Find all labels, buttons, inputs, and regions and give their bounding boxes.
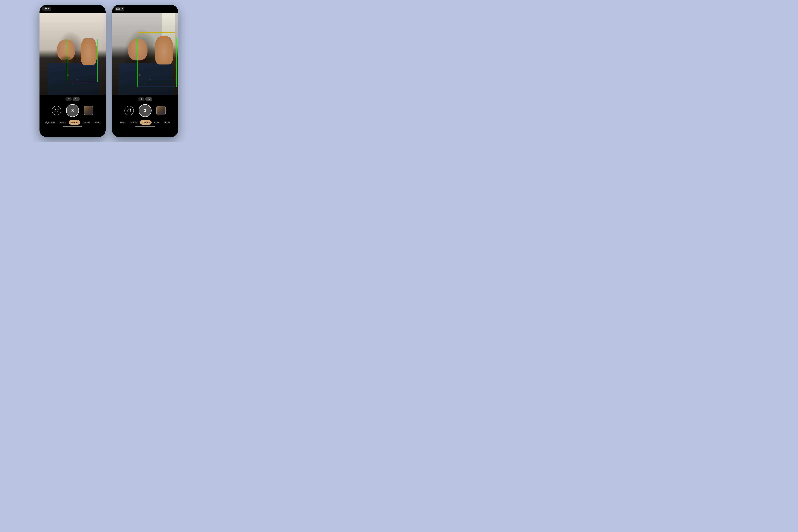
zoom-1x-left[interactable]: 1x (73, 97, 80, 101)
svg-point-8 (117, 8, 119, 10)
controls-area-left: .7 1x 3 Night (39, 95, 106, 137)
chevron-down-icon-right (121, 8, 123, 10)
tab-night-sight[interactable]: Night Sight (43, 120, 57, 125)
tab-portrait-right[interactable]: Portrait (129, 120, 139, 125)
svg-marker-13 (127, 112, 128, 112)
thumbnail-btn-right[interactable] (156, 106, 166, 115)
tab-motion-right[interactable]: Motion (118, 120, 128, 125)
shutter-btn-left[interactable]: 3 (66, 104, 79, 117)
home-indicator-right (135, 126, 155, 127)
tab-camera-right[interactable]: Camera (140, 120, 152, 125)
shutter-inner-right: 3 (140, 105, 150, 116)
mode-tabs-left: Night Sight Motion Portrait Camera Video (39, 120, 106, 125)
shutter-btn-right[interactable]: 3 (139, 104, 152, 117)
right-phone: .7 1x 3 Motio (112, 5, 178, 137)
viewfinder-right[interactable] (112, 13, 178, 95)
viewfinder-left[interactable] (39, 13, 106, 95)
zoom-07-right[interactable]: .7 (138, 97, 145, 101)
thumbnail-image-left (84, 106, 93, 115)
zoom-1x-right[interactable]: 1x (145, 97, 152, 101)
camera-mode-selector-left[interactable] (42, 7, 52, 11)
mode-tabs-right: Motion Portrait Camera Video Modes (112, 120, 178, 125)
flip-camera-btn-left[interactable] (52, 106, 61, 115)
zoom-07-left[interactable]: .7 (65, 97, 72, 101)
tab-video-right[interactable]: Video (152, 120, 162, 125)
home-indicator-left (63, 126, 82, 127)
shutter-row-right: 3 (112, 104, 178, 117)
shutter-number-left: 3 (71, 108, 74, 113)
left-phone: .7 1x 3 Night (39, 5, 106, 137)
camera-settings-icon (44, 7, 47, 10)
shutter-number-right: 3 (144, 108, 146, 113)
focus-box-green-right (137, 38, 176, 87)
tab-motion-left[interactable]: Motion (58, 120, 68, 125)
thumbnail-btn-left[interactable] (84, 106, 93, 115)
zoom-pills-right: .7 1x (138, 97, 152, 101)
tab-video-left[interactable]: Video (93, 120, 102, 125)
tab-modes-right[interactable]: Modes (162, 120, 172, 125)
svg-point-9 (119, 8, 119, 9)
thumbnail-image-right (157, 106, 166, 115)
controls-area-right: .7 1x 3 Motio (112, 95, 178, 137)
top-bar-right (112, 5, 178, 13)
chevron-down-icon-left (48, 8, 50, 10)
svg-point-2 (46, 8, 47, 9)
tab-camera-left[interactable]: Camera (81, 120, 92, 125)
zoom-pills-left: .7 1x (65, 97, 80, 101)
svg-marker-12 (130, 109, 131, 110)
shutter-row-left: 3 (39, 104, 106, 117)
svg-point-1 (45, 8, 46, 10)
svg-marker-6 (55, 112, 55, 112)
tab-portrait-left[interactable]: Portrait (69, 120, 80, 125)
top-bar-left (39, 5, 106, 13)
shutter-inner-left: 3 (67, 105, 78, 116)
focus-box-green-left (67, 39, 97, 82)
svg-marker-5 (58, 109, 58, 110)
flip-camera-btn-right[interactable] (125, 106, 134, 115)
camera-mode-selector-right[interactable] (115, 7, 124, 11)
camera-settings-icon-right (116, 7, 120, 10)
